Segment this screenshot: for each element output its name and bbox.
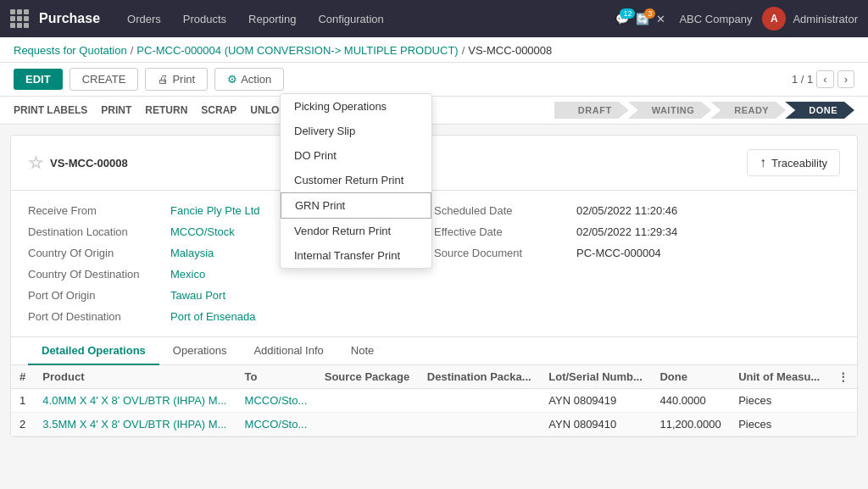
col-done: Done bbox=[651, 365, 730, 389]
admin-name: Administrator bbox=[793, 13, 858, 25]
action-bar: EDIT CREATE 🖨 Print ⚙ Action Picking Ope… bbox=[0, 63, 868, 97]
action-button[interactable]: ⚙ Action bbox=[214, 68, 284, 91]
value-effective-date: 02/05/2022 11:29:34 bbox=[576, 225, 677, 238]
field-port-destination: Port Of Destination Port of Ensenada bbox=[28, 310, 434, 323]
menu-customer-return-print[interactable]: Customer Return Print bbox=[281, 168, 431, 192]
close-icon[interactable]: ✕ bbox=[656, 13, 665, 25]
print-button[interactable]: 🖨 Print bbox=[145, 68, 208, 91]
menu-do-print[interactable]: DO Print bbox=[281, 143, 431, 168]
status-pipeline: DRAFT WAITING READY DONE bbox=[555, 102, 854, 119]
tab-operations[interactable]: Operations bbox=[159, 337, 241, 365]
app-brand[interactable]: Purchase bbox=[39, 11, 100, 26]
value-country-origin[interactable]: Malaysia bbox=[170, 247, 214, 259]
tab-additional-info[interactable]: Additional Info bbox=[240, 337, 337, 365]
cell-lot-1: AYN 0809419 bbox=[540, 389, 651, 413]
col-product: Product bbox=[34, 365, 236, 389]
nav-products[interactable]: Products bbox=[173, 8, 236, 31]
tabs-bar: Detailed Operations Operations Additiona… bbox=[11, 336, 857, 364]
col-uom: Unit of Measu... bbox=[730, 365, 829, 389]
favorite-icon[interactable]: ☆ bbox=[28, 153, 43, 173]
menu-internal-transfer-print[interactable]: Internal Transfer Print bbox=[281, 243, 431, 268]
cell-to-2[interactable]: MCCO/Sto... bbox=[236, 413, 316, 436]
pagination-text: 1 / 1 bbox=[792, 73, 813, 86]
menu-picking-operations[interactable]: Picking Operations bbox=[281, 94, 431, 119]
doc-title-row: ☆ VS-MCC-00008 bbox=[28, 153, 128, 173]
cell-uom-2: Pieces bbox=[730, 413, 829, 436]
company-name[interactable]: ABC Company bbox=[679, 13, 752, 25]
label-scheduled-date: Scheduled Date bbox=[434, 204, 570, 217]
value-port-destination[interactable]: Port of Ensenada bbox=[170, 310, 255, 323]
label-source-document: Source Document bbox=[434, 247, 570, 259]
scrap-button[interactable]: SCRAP bbox=[201, 104, 236, 116]
cell-source-pkg-1 bbox=[316, 389, 419, 413]
traceability-arrow-icon: ↑ bbox=[760, 155, 766, 170]
nav-reporting[interactable]: Reporting bbox=[238, 8, 306, 31]
value-country-destination[interactable]: Mexico bbox=[170, 268, 205, 281]
status-ready[interactable]: READY bbox=[710, 102, 786, 119]
value-port-origin[interactable]: Tawau Port bbox=[170, 289, 225, 302]
avatar[interactable]: A bbox=[762, 7, 786, 31]
label-port-destination: Port Of Destination bbox=[28, 310, 164, 323]
cell-to-1[interactable]: MCCO/Sto... bbox=[236, 389, 316, 413]
menu-vendor-return-print[interactable]: Vendor Return Print bbox=[281, 219, 431, 243]
traceability-button[interactable]: ↑ Traceability bbox=[747, 149, 840, 176]
label-port-origin: Port Of Origin bbox=[28, 289, 164, 302]
edit-button[interactable]: EDIT bbox=[14, 69, 63, 90]
navbar: Purchase Orders Products Reporting Confi… bbox=[0, 0, 868, 37]
col-num: # bbox=[11, 365, 34, 389]
next-page-button[interactable]: › bbox=[837, 70, 854, 88]
value-source-document: PC-MCC-000004 bbox=[576, 247, 661, 259]
breadcrumb-sep1: / bbox=[131, 44, 134, 57]
value-scheduled-date: 02/05/2022 11:20:46 bbox=[576, 204, 677, 217]
breadcrumb-root[interactable]: Requests for Quotation bbox=[14, 44, 127, 57]
label-destination-location: Destination Location bbox=[28, 225, 164, 238]
return-button[interactable]: RETURN bbox=[145, 104, 187, 116]
cell-product-1[interactable]: 4.0MM X 4' X 8' OVL/BTR (IHPA) M... bbox=[34, 389, 236, 413]
field-source-document: Source Document PC-MCC-000004 bbox=[434, 247, 840, 259]
cell-dest-pkg-2 bbox=[419, 413, 541, 436]
apps-menu[interactable] bbox=[10, 9, 29, 28]
cell-num-1: 1 bbox=[11, 389, 34, 413]
breadcrumb-sep2: / bbox=[462, 44, 465, 57]
action-label: Action bbox=[241, 73, 271, 86]
print-labels-button[interactable]: PRINT LABELS bbox=[14, 104, 87, 116]
label-country-destination: Country Of Destination bbox=[28, 268, 164, 281]
nav-orders[interactable]: Orders bbox=[117, 8, 171, 31]
breadcrumb-bar: Requests for Quotation / PC-MCC-000004 (… bbox=[0, 37, 868, 63]
prev-page-button[interactable]: ‹ bbox=[816, 70, 833, 88]
cell-dest-pkg-1 bbox=[419, 389, 541, 413]
status-done[interactable]: DONE bbox=[785, 102, 854, 119]
col-to: To bbox=[236, 365, 316, 389]
field-effective-date: Effective Date 02/05/2022 11:29:34 bbox=[434, 225, 840, 238]
sub-toolbar: PRINT LABELS PRINT RETURN SCRAP UNLOCK D… bbox=[0, 97, 868, 125]
doc-title: VS-MCC-00008 bbox=[50, 157, 128, 169]
menu-delivery-slip[interactable]: Delivery Slip bbox=[281, 119, 431, 143]
label-country-origin: Country Of Origin bbox=[28, 247, 164, 259]
col-dest-package: Destination Packa... bbox=[419, 365, 541, 389]
cell-done-2: 11,200.0000 bbox=[651, 413, 730, 436]
chat-icon[interactable]: 💬12 bbox=[615, 13, 629, 25]
breadcrumb-parent[interactable]: PC-MCC-000004 (UOM CONVERSION-> MULTIPLE… bbox=[136, 44, 458, 57]
value-receive-from[interactable]: Fancie Ply Pte Ltd bbox=[170, 204, 260, 217]
create-button[interactable]: CREATE bbox=[70, 68, 139, 91]
cell-source-pkg-2 bbox=[316, 413, 419, 436]
col-actions: ⋮ bbox=[829, 365, 857, 389]
cell-uom-1: Pieces bbox=[730, 389, 829, 413]
menu-grn-print[interactable]: GRN Print bbox=[281, 192, 431, 219]
activity-icon[interactable]: 🔄3 bbox=[636, 13, 649, 25]
field-col-right: Scheduled Date 02/05/2022 11:20:46 Effec… bbox=[434, 204, 840, 323]
cell-product-2[interactable]: 3.5MM X 4' X 8' OVL/BTR (IHPA) M... bbox=[34, 413, 236, 436]
status-draft[interactable]: DRAFT bbox=[554, 102, 629, 119]
print-button-sub[interactable]: PRINT bbox=[101, 104, 131, 116]
traceability-label: Traceability bbox=[771, 157, 827, 169]
tab-note[interactable]: Note bbox=[337, 337, 387, 365]
main-nav: Orders Products Reporting Configuration bbox=[117, 8, 612, 31]
navbar-icons: 💬12 🔄3 ✕ ABC Company A Administrator bbox=[615, 7, 858, 31]
value-destination-location[interactable]: MCCO/Stock bbox=[170, 225, 235, 238]
cell-lot-2: AYN 0809410 bbox=[540, 413, 651, 436]
nav-configuration[interactable]: Configuration bbox=[308, 8, 393, 31]
status-waiting[interactable]: WAITING bbox=[628, 102, 712, 119]
breadcrumb: Requests for Quotation / PC-MCC-000004 (… bbox=[14, 44, 854, 57]
doc-header: ☆ VS-MCC-00008 ↑ Traceability bbox=[11, 136, 857, 191]
tab-detailed-operations[interactable]: Detailed Operations bbox=[28, 337, 159, 365]
